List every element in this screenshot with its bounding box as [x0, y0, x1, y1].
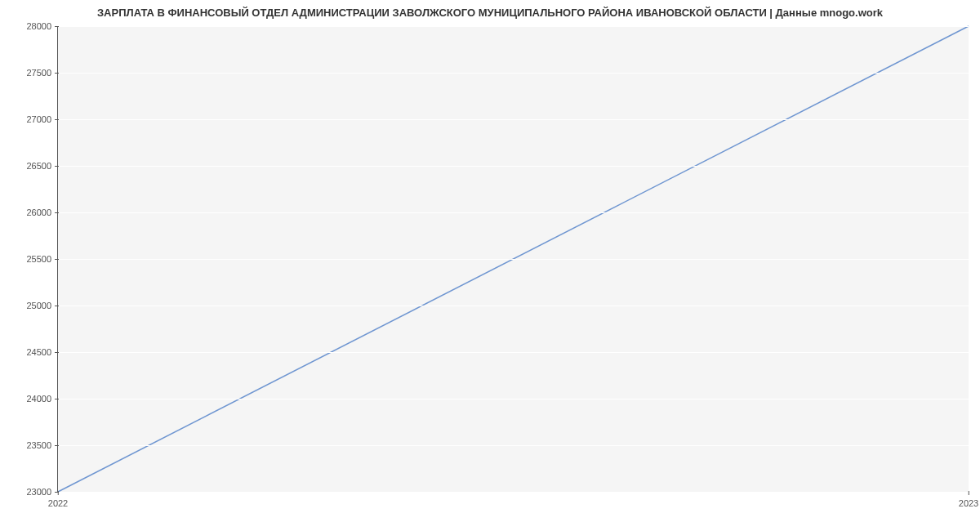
y-tick-label: 24500: [26, 347, 58, 357]
y-tick-label: 25500: [26, 254, 58, 264]
grid-line: [58, 26, 969, 27]
grid-line: [58, 119, 969, 120]
y-tick-label: 27500: [26, 68, 58, 78]
grid-line: [58, 492, 969, 493]
y-tick-label: 28000: [26, 21, 58, 31]
chart-title: ЗАРПЛАТА В ФИНАНСОВЫЙ ОТДЕЛ АДМИНИСТРАЦИ…: [0, 7, 980, 19]
grid-line: [58, 306, 969, 306]
grid-line: [58, 399, 969, 399]
y-tick-label: 26500: [26, 161, 58, 171]
y-tick-label: 24000: [26, 394, 58, 404]
grid-line: [58, 445, 969, 446]
plot-area: 2300023500240002450025000255002600026500…: [57, 26, 969, 493]
y-tick-label: 26000: [26, 207, 58, 217]
x-tick-label: 2022: [48, 492, 68, 508]
y-tick-label: 27000: [26, 114, 58, 124]
y-tick-label: 25000: [26, 301, 58, 310]
x-tick-label: 2023: [959, 492, 978, 508]
chart-container: ЗАРПЛАТА В ФИНАНСОВЫЙ ОТДЕЛ АДМИНИСТРАЦИ…: [0, 0, 980, 531]
grid-line: [58, 352, 969, 353]
grid-line: [58, 212, 969, 213]
y-tick-label: 23500: [26, 440, 58, 450]
grid-line: [58, 259, 969, 260]
grid-line: [58, 73, 969, 74]
grid-line: [58, 166, 969, 167]
